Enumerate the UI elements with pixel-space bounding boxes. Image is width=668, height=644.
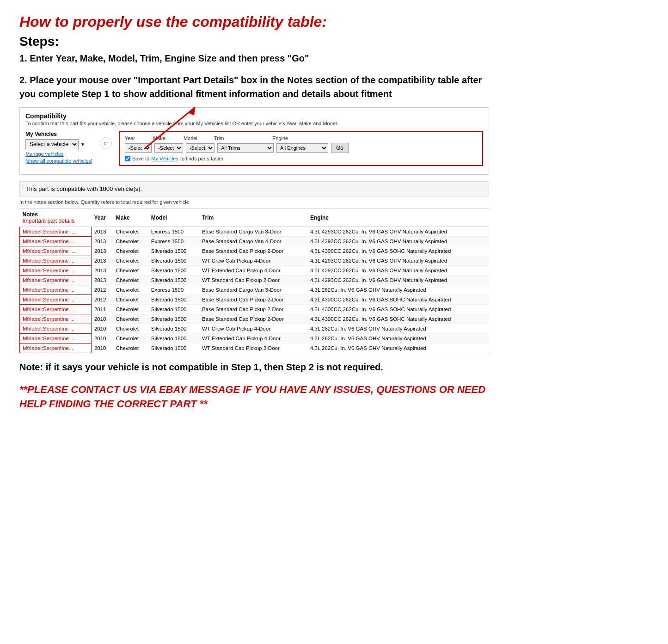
table-row-make: Chevrolet <box>113 285 148 295</box>
table-row-notes: Mfrlabel:Serpentine ... <box>20 256 92 266</box>
table-row-engine: 4.3L 262Cu. In. V6 GAS OHV Naturally Asp… <box>307 343 489 353</box>
table-row-notes: Mfrlabel:Serpentine ... <box>20 266 92 276</box>
table-row-engine: 4.3L 4293CC 262Cu. In. V6 GAS OHV Natura… <box>307 227 489 237</box>
table-row-trim: WT Standard Cab Pickup 2-Door <box>199 343 307 353</box>
table-row: Mfrlabel:Serpentine ...2013ChevroletSilv… <box>20 266 490 276</box>
table-row-year: 2013 <box>91 227 113 237</box>
table-row-make: Chevrolet <box>113 314 148 324</box>
table-row-engine: 4.3L 262Cu. In. V6 GAS OHV Naturally Asp… <box>307 334 489 343</box>
table-row-engine: 4.3L 262Cu. In. V6 GAS OHV Naturally Asp… <box>307 324 489 334</box>
table-row-engine: 4.3L 4293CC 262Cu. In. V6 GAS OHV Natura… <box>307 237 489 246</box>
table-row-notes: Mfrlabel:Serpentine ... <box>20 276 92 285</box>
table-row-model: Express 1500 <box>148 237 199 246</box>
table-row-trim: Base Standard Cab Pickup 2-Door <box>199 305 307 314</box>
vehicle-select[interactable]: Select a vehicle <box>25 139 79 149</box>
table-row: Mfrlabel:Serpentine ...2011ChevroletSilv… <box>20 305 490 314</box>
table-row-model: Silverado 1500 <box>148 314 199 324</box>
table-row: Mfrlabel:Serpentine....2013ChevroletExpr… <box>20 237 490 246</box>
save-suffix: to finds parts faster <box>180 156 224 161</box>
engine-col-header: Engine <box>307 209 489 227</box>
table-row-year: 2012 <box>91 285 113 295</box>
show-all-link[interactable]: [show all compatible vehicles] <box>25 158 92 164</box>
table-row: Mfrlabel:Serpentine ...2013ChevroletSilv… <box>20 276 490 285</box>
table-row-notes: Mfrlabel:Serpentine ... <box>20 295 92 305</box>
step2-text: 2. Place your mouse over "Important Part… <box>19 73 489 101</box>
compatibility-section: Compatibility To confirm that this part … <box>19 107 489 175</box>
table-row-model: Silverado 1500 <box>148 305 199 314</box>
table-row-model: Express 1500 <box>148 227 199 237</box>
table-row: Mfrlabel:Serpentine ...2010ChevroletSilv… <box>20 334 490 343</box>
table-row-make: Chevrolet <box>113 237 148 246</box>
dropdown-arrow-icon: ▼ <box>80 142 85 147</box>
trim-col-header: Trim <box>199 209 307 227</box>
save-checkbox[interactable] <box>125 156 130 161</box>
make-select[interactable]: -Select- <box>154 143 183 153</box>
table-row-model: Silverado 1500 <box>148 343 199 353</box>
table-row-trim: Base Standard Cab Pickup 2-Door <box>199 246 307 256</box>
table-row-year: 2013 <box>91 246 113 256</box>
engine-select[interactable]: All Engines <box>276 143 328 153</box>
table-row-model: Silverado 1500 <box>148 334 199 343</box>
table-row: Mfrlabel:Serpentine ...2012ChevroletSilv… <box>20 295 490 305</box>
table-row: Mfrlabel:Serpentine ....2013ChevroletSil… <box>20 246 490 256</box>
year-label: Year <box>125 135 150 141</box>
table-row-notes: Mfrlabel:Serpentine ... <box>20 305 92 314</box>
table-row-year: 2013 <box>91 256 113 266</box>
my-vehicles-save-link[interactable]: My Vehicles <box>151 156 178 161</box>
table-row-make: Chevrolet <box>113 324 148 334</box>
table-row-make: Chevrolet <box>113 305 148 314</box>
table-row-notes: Mfrlabel:Serpentine ... <box>20 334 92 343</box>
year-select[interactable]: -Select- <box>125 143 152 153</box>
table-row-notes: Mfrlabel:Serpentine ... <box>20 285 92 295</box>
table-row-trim: Base Standard Cargo Van 3-Door <box>199 285 307 295</box>
table-row-year: 2013 <box>91 237 113 246</box>
table-row-engine: 4.3L 262Cu. In. V6 GAS OHV Naturally Asp… <box>307 285 489 295</box>
table-row-model: Silverado 1500 <box>148 276 199 285</box>
quantity-note: In the notes section below, Quantity ref… <box>19 199 489 205</box>
my-vehicles-section: My Vehicles Select a vehicle ▼ Manage ve… <box>25 131 92 164</box>
table-row-year: 2010 <box>91 324 113 334</box>
table-row-trim: WT Standard Cab Pickup 2-Door <box>199 276 307 285</box>
table-row-model: Silverado 1500 <box>148 295 199 305</box>
table-row: Mfrlabel:Serpentine ...2013ChevroletSilv… <box>20 256 490 266</box>
table-row-notes: Mfrlabel:Serpentine.... <box>20 237 92 246</box>
model-col-header: Model <box>148 209 199 227</box>
table-row-notes: Mfrlabel:Serpentine .... <box>20 246 92 256</box>
engine-label: Engine <box>272 135 323 141</box>
table-row-trim: Base Standard Cargo Van 3-Door <box>199 227 307 237</box>
table-row: Mfrlabel:Serpentine ...2010ChevroletSilv… <box>20 324 490 334</box>
table-row-model: Silverado 1500 <box>148 246 199 256</box>
steps-heading: Steps: <box>19 34 489 49</box>
table-row-trim: Base Standard Cab Pickup 2-Door <box>199 295 307 305</box>
or-divider: or <box>100 137 112 149</box>
table-row-year: 2010 <box>91 343 113 353</box>
go-button[interactable]: Go <box>331 143 349 153</box>
trim-select[interactable]: All Trims <box>217 143 274 153</box>
table-row-trim: Base Standard Cab Pickup 2-Door <box>199 314 307 324</box>
model-select[interactable]: -Select- <box>186 143 214 153</box>
table-row-year: 2010 <box>91 314 113 324</box>
manage-vehicles-link[interactable]: Manage vehicles <box>25 151 92 157</box>
table-row-model: Silverado 1500 <box>148 324 199 334</box>
table-row-make: Chevrolet <box>113 343 148 353</box>
compatible-notice: This part is compatible with 1000 vehicl… <box>19 181 489 196</box>
bottom-note: Note: if it says your vehicle is not com… <box>19 361 489 374</box>
make-label: Make <box>153 135 181 141</box>
table-row-engine: 4.3L 4293CC 262Cu. In. V6 GAS OHV Natura… <box>307 276 489 285</box>
year-make-model-section: Year Make Model Trim Engine -Select- -Se… <box>119 131 483 166</box>
table-row-make: Chevrolet <box>113 256 148 266</box>
table-row-engine: 4.3L 4293CC 262Cu. In. V6 GAS OHV Natura… <box>307 266 489 276</box>
table-row-make: Chevrolet <box>113 295 148 305</box>
table-row-trim: Base Standard Cargo Van 4-Door <box>199 237 307 246</box>
table-row-engine: 4.3L 4300CC 262Cu. In. V6 GAS SOHC Natur… <box>307 246 489 256</box>
table-row-model: Express 1500 <box>148 285 199 295</box>
table-row: Mfrlabel:Serpentine...2010ChevroletSilve… <box>20 343 490 353</box>
table-row-make: Chevrolet <box>113 276 148 285</box>
save-text: Save to <box>132 156 149 161</box>
table-row: Mfrlabel:Serpentine ...2012ChevroletExpr… <box>20 285 490 295</box>
table-row-make: Chevrolet <box>113 246 148 256</box>
my-vehicles-label: My Vehicles <box>25 131 92 137</box>
notes-col-header: Notes Important part details <box>20 209 92 227</box>
table-row-trim: WT Crew Cab Pickup 4-Door <box>199 256 307 266</box>
table-row-year: 2012 <box>91 295 113 305</box>
